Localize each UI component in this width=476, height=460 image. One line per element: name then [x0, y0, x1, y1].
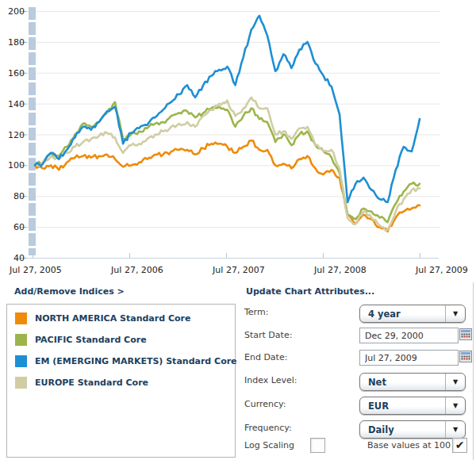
log-scaling-checkbox[interactable]: [310, 438, 325, 453]
end-date-label: End Date:: [244, 352, 287, 362]
calendar-icon[interactable]: [459, 351, 472, 362]
legend-item-label: EM (EMERGING MARKETS) Standard Core: [35, 356, 237, 366]
y-axis-scrollbar[interactable]: [29, 128, 36, 140]
end-date-input[interactable]: [359, 350, 459, 366]
legend-item: NORTH AMERICA Standard Core: [15, 312, 190, 324]
legend-item: PACIFIC Standard Core: [15, 333, 147, 346]
y-axis-scrollbar[interactable]: [29, 22, 36, 35]
start-date-input[interactable]: [359, 328, 459, 343]
start-date-label: Start Date:: [244, 330, 292, 340]
y-tick-label: 160: [8, 68, 25, 79]
term-dropdown[interactable]: 4 year ▼: [359, 305, 466, 323]
term-label: Term:: [244, 307, 268, 317]
series-color-swatch: [15, 377, 27, 389]
y-tick-label: 180: [8, 37, 25, 48]
y-axis-scrollbar[interactable]: [29, 7, 36, 20]
y-tick-label: 200: [8, 6, 25, 17]
y-axis-scrollbar[interactable]: [29, 37, 36, 50]
panel-divider: [473, 282, 474, 460]
x-tick-label: Jul 27, 2007: [212, 265, 265, 275]
update-chart-attributes-link[interactable]: Update Chart Attributes...: [246, 286, 374, 297]
controls-panel: Add/Remove Indices > Update Chart Attrib…: [0, 282, 476, 460]
frequency-value: Daily: [360, 424, 445, 435]
y-tick-label: 120: [8, 130, 25, 140]
chevron-down-icon[interactable]: ▼: [445, 305, 465, 322]
y-axis-scrollbar[interactable]: [29, 113, 36, 125]
term-value: 4 year: [360, 309, 445, 320]
series-color-swatch: [15, 334, 27, 346]
legend-item: EM (EMERGING MARKETS) Standard Core: [15, 355, 237, 367]
add-remove-indices-link[interactable]: Add/Remove Indices >: [14, 286, 125, 297]
legend-item-label: NORTH AMERICA Standard Core: [35, 313, 190, 324]
y-axis-scrollbar[interactable]: [29, 67, 36, 80]
frequency-dropdown[interactable]: Daily ▼: [359, 420, 466, 439]
chevron-down-icon[interactable]: ▼: [445, 374, 465, 390]
y-tick-label: 80: [13, 191, 25, 201]
index-level-label: Index Level:: [244, 375, 298, 385]
y-tick-label: 60: [13, 222, 25, 232]
currency-dropdown[interactable]: EUR ▼: [359, 397, 466, 415]
legend-item-label: PACIFIC Standard Core: [35, 335, 147, 345]
y-axis-scrollbar[interactable]: [29, 98, 36, 110]
y-axis-scrollbar[interactable]: [29, 82, 36, 95]
series-line-na: [35, 140, 420, 232]
y-axis-scrollbar[interactable]: [29, 143, 36, 155]
frequency-label: Frequency:: [244, 423, 292, 433]
currency-label: Currency:: [244, 399, 286, 409]
chevron-down-icon[interactable]: ▼: [445, 397, 465, 414]
y-axis-scrollbar[interactable]: [29, 188, 36, 201]
legend-item-label: EUROPE Standard Core: [35, 378, 148, 388]
y-axis-scrollbar[interactable]: [29, 233, 36, 246]
x-tick-label: Jul 27, 2005: [9, 265, 62, 275]
log-scaling-label: Log Scaling: [244, 440, 294, 450]
y-axis-scrollbar[interactable]: [29, 218, 36, 231]
y-tick-label: 100: [8, 160, 25, 171]
y-tick-label: 140: [8, 99, 25, 109]
series-color-swatch: [15, 312, 27, 324]
chart-canvas: 406080100120140160180200Jul 27, 2005Jul …: [0, 0, 476, 282]
index-level-dropdown[interactable]: Net ▼: [359, 373, 466, 391]
chevron-down-icon[interactable]: ▼: [445, 421, 465, 438]
x-tick-label: Jul 27, 2008: [313, 265, 367, 275]
base-values-label: Base values at 100: [367, 440, 451, 450]
y-axis-scrollbar[interactable]: [29, 248, 36, 255]
legend-item: EUROPE Standard Core: [15, 376, 148, 389]
series-color-swatch: [15, 355, 27, 367]
x-tick-label: Jul 27, 2006: [110, 265, 163, 275]
y-axis-scrollbar[interactable]: [29, 52, 36, 65]
y-tick-label: 40: [13, 253, 25, 263]
performance-chart: 406080100120140160180200Jul 27, 2005Jul …: [0, 0, 476, 282]
index-level-value: Net: [360, 377, 445, 388]
x-tick-label: Jul 27, 2009: [415, 265, 468, 275]
y-axis-scrollbar[interactable]: [29, 203, 36, 216]
y-axis-scrollbar[interactable]: [29, 173, 36, 186]
series-line-pacific: [35, 102, 420, 223]
legend-box: NORTH AMERICA Standard Core PACIFIC Stan…: [6, 304, 236, 458]
calendar-icon[interactable]: [459, 328, 472, 340]
currency-value: EUR: [360, 401, 445, 412]
base-values-checkbox[interactable]: ✔: [452, 438, 467, 453]
